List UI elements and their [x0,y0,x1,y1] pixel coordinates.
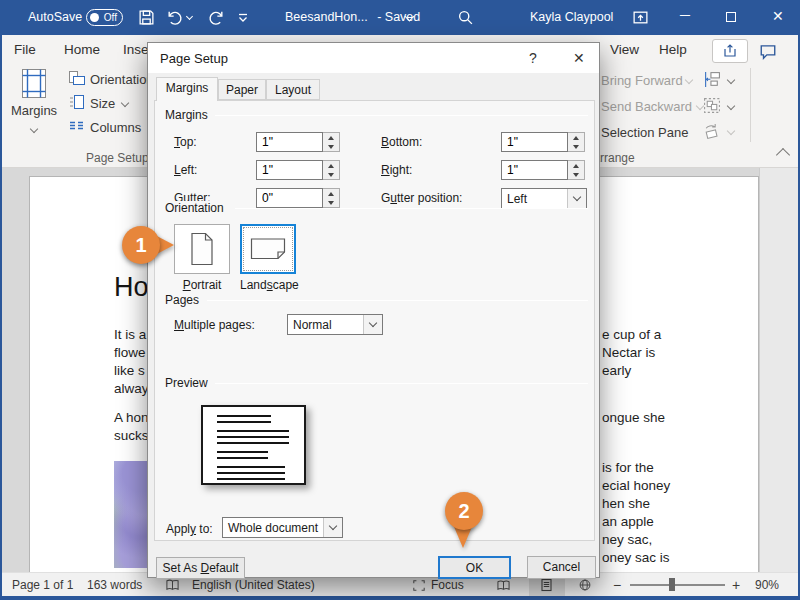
orientation-section-label: Orientation [165,201,228,215]
zoom-in-button[interactable]: + [732,577,740,593]
language-indicator[interactable]: English (United States) [192,578,315,592]
group-chevron-icon [727,102,735,110]
zoom-out-button[interactable]: − [613,577,621,593]
gutter-input[interactable] [256,188,323,208]
undo-icon[interactable] [166,9,183,26]
size-icon [68,94,85,110]
customize-quick-access-icon[interactable] [236,11,250,25]
bottom-margin-field[interactable] [501,132,585,152]
margins-button[interactable]: Margins [10,66,58,148]
word-count[interactable]: 163 words [87,578,142,592]
left-margin-input[interactable] [256,160,323,180]
spin-down-icon[interactable] [323,142,339,151]
ribbon-display-options-icon[interactable] [632,9,649,26]
dialog-help-button[interactable]: ? [529,50,537,66]
tab-help[interactable]: Help [659,42,687,57]
callout-step-2: 2 [445,492,483,530]
dialog-header[interactable]: Page Setup ? ✕ [148,43,599,73]
dropdown-chevron-icon[interactable] [323,518,342,537]
landscape-option[interactable] [240,224,296,274]
tab-home[interactable]: Home [64,42,100,57]
columns-label[interactable]: Columns [90,120,141,135]
set-as-default-button[interactable]: Set As Default [156,557,245,579]
apply-to-dropdown[interactable]: Whole document [222,517,343,538]
user-name[interactable]: Kayla Claypool [530,10,613,24]
dialog-tab-paper[interactable]: Paper [218,79,266,100]
send-backward-button[interactable]: Send Backward [601,99,692,114]
apply-to-label: Apply to: [166,522,213,536]
multiple-pages-dropdown[interactable]: Normal [287,314,383,335]
orientation-button[interactable] [68,70,85,86]
doc-text-line: alway [114,381,149,396]
dialog-tab-layout[interactable]: Layout [266,79,320,100]
autosave-toggle[interactable]: Off [86,9,123,26]
redo-icon[interactable] [208,9,225,26]
dialog-title: Page Setup [160,51,228,66]
close-button[interactable]: ✕ [772,8,784,24]
doc-text-line: Nectar is [602,345,655,360]
zoom-slider-track[interactable] [630,584,725,586]
tab-file[interactable]: File [14,42,36,57]
spin-down-icon[interactable] [568,170,584,179]
right-margin-input[interactable] [501,160,568,180]
columns-button[interactable] [68,118,85,134]
share-button[interactable] [712,39,748,63]
orientation-label[interactable]: Orientation [90,72,154,87]
dialog-close-icon[interactable]: ✕ [573,50,585,66]
group-objects-icon[interactable] [703,97,721,114]
top-margin-input[interactable] [256,132,323,152]
read-mode-icon[interactable] [496,579,511,592]
margins-section-label: Margins [165,108,212,122]
doc-text-line: sucks [114,428,149,443]
cancel-button[interactable]: Cancel [527,556,596,579]
size-label[interactable]: Size [90,96,115,111]
bottom-margin-input[interactable] [501,132,568,152]
print-layout-icon[interactable] [540,578,553,592]
spin-down-icon[interactable] [323,198,339,207]
title-dropdown-chevron-icon[interactable] [406,13,413,20]
top-margin-field[interactable] [256,132,340,152]
size-button[interactable] [68,94,85,110]
margins-label: Margins [10,103,58,118]
gutter-field[interactable] [256,188,340,208]
spin-down-icon[interactable] [323,170,339,179]
spin-up-icon[interactable] [323,161,339,170]
maximize-button[interactable] [726,12,736,22]
spin-up-icon[interactable] [568,161,584,170]
dropdown-chevron-icon[interactable] [363,315,382,334]
left-margin-field[interactable] [256,160,340,180]
dialog-tab-margins[interactable]: Margins [156,77,218,101]
zoom-level[interactable]: 90% [755,578,779,592]
save-icon[interactable] [138,9,155,26]
portrait-option[interactable] [174,224,230,274]
comments-icon[interactable] [759,43,777,60]
minimize-button[interactable]: ─ [680,7,690,23]
document-title[interactable]: BeesandHon... - Saved [285,10,420,24]
spin-up-icon[interactable] [323,133,339,142]
bring-forward-button[interactable]: Bring Forward [601,73,683,88]
right-margin-field[interactable] [501,160,585,180]
zoom-slider-thumb[interactable] [669,578,675,591]
gutter-position-dropdown[interactable]: Left [501,188,587,209]
web-layout-icon[interactable] [578,578,592,592]
selection-pane-button[interactable]: Selection Pane [601,125,688,140]
tab-view[interactable]: View [610,42,639,57]
proofing-icon[interactable] [165,578,180,592]
undo-dropdown-chevron-icon[interactable] [187,14,192,19]
spin-down-icon[interactable] [568,142,584,151]
focus-label[interactable]: Focus [431,578,464,592]
page-indicator[interactable]: Page 1 of 1 [12,578,73,592]
focus-icon[interactable] [412,579,426,592]
autosave-label: AutoSave [28,10,82,24]
spin-up-icon[interactable] [568,133,584,142]
rotate-objects-icon[interactable] [703,123,721,140]
vertical-scrollbar[interactable] [759,168,800,572]
spin-up-icon[interactable] [323,189,339,198]
search-icon[interactable] [457,9,474,26]
doc-text-line: hen she [602,496,650,511]
dropdown-chevron-icon[interactable] [567,189,586,208]
align-objects-icon[interactable] [703,71,721,88]
share-icon [722,43,738,59]
ok-button[interactable]: OK [438,556,511,579]
collapse-ribbon-icon[interactable] [776,148,790,162]
